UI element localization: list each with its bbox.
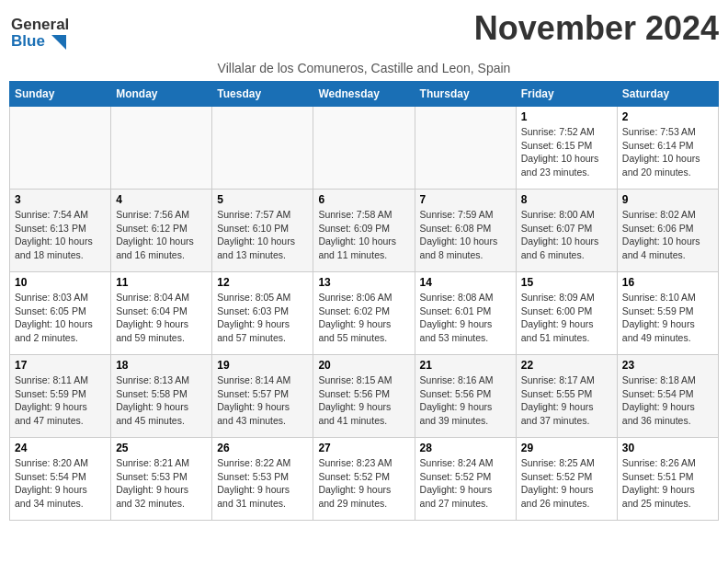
calendar-cell: 4Sunrise: 7:56 AMSunset: 6:12 PMDaylight… (111, 190, 212, 272)
day-number: 10 (15, 276, 106, 289)
svg-text:General: General (11, 16, 69, 33)
calendar-body: 1Sunrise: 7:52 AMSunset: 6:15 PMDaylight… (10, 107, 719, 521)
day-number: 8 (521, 193, 612, 206)
location-subtitle: Villalar de los Comuneros, Castille and … (9, 61, 719, 75)
calendar-cell: 19Sunrise: 8:14 AMSunset: 5:57 PMDayligh… (212, 355, 313, 438)
weekday-header-wednesday: Wednesday (313, 82, 415, 107)
logo-icon: General Blue (9, 9, 75, 53)
calendar-cell: 13Sunrise: 8:06 AMSunset: 6:02 PMDayligh… (313, 272, 415, 355)
day-info: Sunrise: 8:20 AMSunset: 5:54 PMDaylight:… (15, 456, 106, 511)
calendar-cell: 29Sunrise: 8:25 AMSunset: 5:52 PMDayligh… (516, 438, 617, 521)
day-info: Sunrise: 7:57 AMSunset: 6:10 PMDaylight:… (217, 208, 308, 262)
day-number: 7 (420, 193, 511, 206)
calendar-cell (313, 107, 415, 190)
calendar-week-2: 3Sunrise: 7:54 AMSunset: 6:13 PMDaylight… (10, 190, 719, 272)
calendar-cell: 3Sunrise: 7:54 AMSunset: 6:13 PMDaylight… (10, 190, 111, 272)
day-number: 23 (622, 359, 713, 372)
calendar-cell: 22Sunrise: 8:17 AMSunset: 5:55 PMDayligh… (516, 355, 617, 438)
day-info: Sunrise: 8:24 AMSunset: 5:52 PMDaylight:… (420, 456, 511, 511)
day-number: 20 (318, 359, 409, 372)
day-info: Sunrise: 8:15 AMSunset: 5:56 PMDaylight:… (318, 373, 409, 428)
calendar-cell: 11Sunrise: 8:04 AMSunset: 6:04 PMDayligh… (111, 272, 212, 355)
calendar-week-3: 10Sunrise: 8:03 AMSunset: 6:05 PMDayligh… (10, 272, 719, 355)
calendar-cell: 28Sunrise: 8:24 AMSunset: 5:52 PMDayligh… (415, 438, 516, 521)
svg-marker-2 (51, 35, 66, 50)
page-header: General Blue November 2024 (9, 9, 719, 57)
weekday-header-thursday: Thursday (415, 82, 516, 107)
day-info: Sunrise: 7:56 AMSunset: 6:12 PMDaylight:… (116, 208, 207, 262)
weekday-header-monday: Monday (111, 82, 212, 107)
day-number: 9 (622, 193, 713, 206)
day-number: 13 (318, 276, 409, 289)
day-info: Sunrise: 8:02 AMSunset: 6:06 PMDaylight:… (622, 208, 713, 262)
calendar-cell: 24Sunrise: 8:20 AMSunset: 5:54 PMDayligh… (10, 438, 111, 521)
calendar-header-row: SundayMondayTuesdayWednesdayThursdayFrid… (10, 82, 719, 107)
weekday-header-tuesday: Tuesday (212, 82, 313, 107)
day-info: Sunrise: 8:04 AMSunset: 6:04 PMDaylight:… (116, 291, 207, 345)
logo: General Blue (9, 9, 75, 57)
calendar-cell: 1Sunrise: 7:52 AMSunset: 6:15 PMDaylight… (516, 107, 617, 190)
weekday-header-friday: Friday (516, 82, 617, 107)
day-number: 26 (217, 442, 308, 454)
calendar-cell (212, 107, 313, 190)
day-number: 27 (318, 442, 409, 454)
day-info: Sunrise: 8:21 AMSunset: 5:53 PMDaylight:… (116, 456, 207, 511)
day-number: 14 (420, 276, 511, 289)
calendar-cell: 27Sunrise: 8:23 AMSunset: 5:52 PMDayligh… (313, 438, 415, 521)
calendar-cell: 14Sunrise: 8:08 AMSunset: 6:01 PMDayligh… (415, 272, 516, 355)
calendar-cell: 23Sunrise: 8:18 AMSunset: 5:54 PMDayligh… (617, 355, 718, 438)
day-number: 11 (116, 276, 207, 289)
day-info: Sunrise: 8:17 AMSunset: 5:55 PMDaylight:… (521, 373, 612, 428)
day-info: Sunrise: 7:59 AMSunset: 6:08 PMDaylight:… (420, 208, 511, 262)
day-info: Sunrise: 8:03 AMSunset: 6:05 PMDaylight:… (15, 291, 106, 345)
day-number: 24 (15, 442, 106, 454)
day-number: 25 (116, 442, 207, 454)
day-info: Sunrise: 8:09 AMSunset: 6:00 PMDaylight:… (521, 291, 612, 345)
day-number: 12 (217, 276, 308, 289)
day-number: 5 (217, 193, 308, 206)
day-info: Sunrise: 8:16 AMSunset: 5:56 PMDaylight:… (420, 373, 511, 428)
day-info: Sunrise: 8:05 AMSunset: 6:03 PMDaylight:… (217, 291, 308, 345)
calendar-cell: 20Sunrise: 8:15 AMSunset: 5:56 PMDayligh… (313, 355, 415, 438)
day-number: 16 (622, 276, 713, 289)
calendar-cell: 30Sunrise: 8:26 AMSunset: 5:51 PMDayligh… (617, 438, 718, 521)
calendar-cell (415, 107, 516, 190)
day-info: Sunrise: 7:54 AMSunset: 6:13 PMDaylight:… (15, 208, 106, 262)
weekday-header-saturday: Saturday (617, 82, 718, 107)
calendar-table: SundayMondayTuesdayWednesdayThursdayFrid… (9, 81, 719, 521)
calendar-cell: 6Sunrise: 7:58 AMSunset: 6:09 PMDaylight… (313, 190, 415, 272)
calendar-week-1: 1Sunrise: 7:52 AMSunset: 6:15 PMDaylight… (10, 107, 719, 190)
day-info: Sunrise: 8:18 AMSunset: 5:54 PMDaylight:… (622, 373, 713, 428)
calendar-cell: 18Sunrise: 8:13 AMSunset: 5:58 PMDayligh… (111, 355, 212, 438)
day-info: Sunrise: 8:26 AMSunset: 5:51 PMDaylight:… (622, 456, 713, 511)
calendar-cell: 8Sunrise: 8:00 AMSunset: 6:07 PMDaylight… (516, 190, 617, 272)
day-number: 2 (622, 110, 713, 123)
day-info: Sunrise: 8:25 AMSunset: 5:52 PMDaylight:… (521, 456, 612, 511)
calendar-cell: 21Sunrise: 8:16 AMSunset: 5:56 PMDayligh… (415, 355, 516, 438)
day-number: 4 (116, 193, 207, 206)
calendar-week-5: 24Sunrise: 8:20 AMSunset: 5:54 PMDayligh… (10, 438, 719, 521)
calendar-cell: 16Sunrise: 8:10 AMSunset: 5:59 PMDayligh… (617, 272, 718, 355)
day-info: Sunrise: 7:53 AMSunset: 6:14 PMDaylight:… (622, 125, 713, 179)
day-info: Sunrise: 8:06 AMSunset: 6:02 PMDaylight:… (318, 291, 409, 345)
day-number: 30 (622, 442, 713, 454)
day-info: Sunrise: 8:13 AMSunset: 5:58 PMDaylight:… (116, 373, 207, 428)
day-number: 21 (420, 359, 511, 372)
calendar-cell: 12Sunrise: 8:05 AMSunset: 6:03 PMDayligh… (212, 272, 313, 355)
day-number: 17 (15, 359, 106, 372)
svg-text:Blue: Blue (11, 32, 45, 50)
calendar-cell: 2Sunrise: 7:53 AMSunset: 6:14 PMDaylight… (617, 107, 718, 190)
weekday-header-sunday: Sunday (10, 82, 111, 107)
day-info: Sunrise: 8:00 AMSunset: 6:07 PMDaylight:… (521, 208, 612, 262)
day-number: 22 (521, 359, 612, 372)
day-info: Sunrise: 7:52 AMSunset: 6:15 PMDaylight:… (521, 125, 612, 179)
day-number: 6 (318, 193, 409, 206)
day-number: 28 (420, 442, 511, 454)
calendar-cell: 10Sunrise: 8:03 AMSunset: 6:05 PMDayligh… (10, 272, 111, 355)
day-info: Sunrise: 8:08 AMSunset: 6:01 PMDaylight:… (420, 291, 511, 345)
day-info: Sunrise: 8:10 AMSunset: 5:59 PMDaylight:… (622, 291, 713, 345)
day-number: 18 (116, 359, 207, 372)
calendar-cell: 17Sunrise: 8:11 AMSunset: 5:59 PMDayligh… (10, 355, 111, 438)
calendar-cell: 7Sunrise: 7:59 AMSunset: 6:08 PMDaylight… (415, 190, 516, 272)
calendar-cell (10, 107, 111, 190)
